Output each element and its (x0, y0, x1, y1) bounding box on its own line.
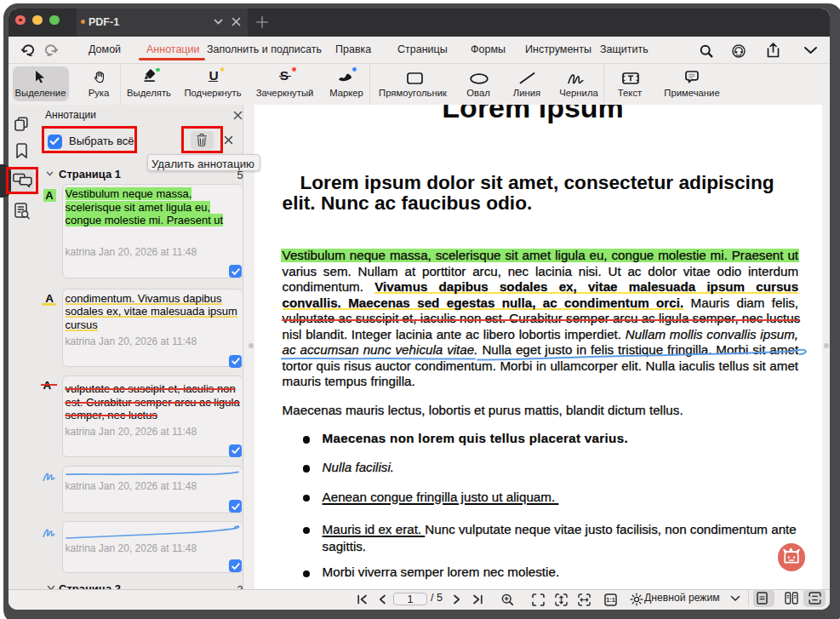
svg-text:1:1: 1:1 (606, 596, 614, 604)
